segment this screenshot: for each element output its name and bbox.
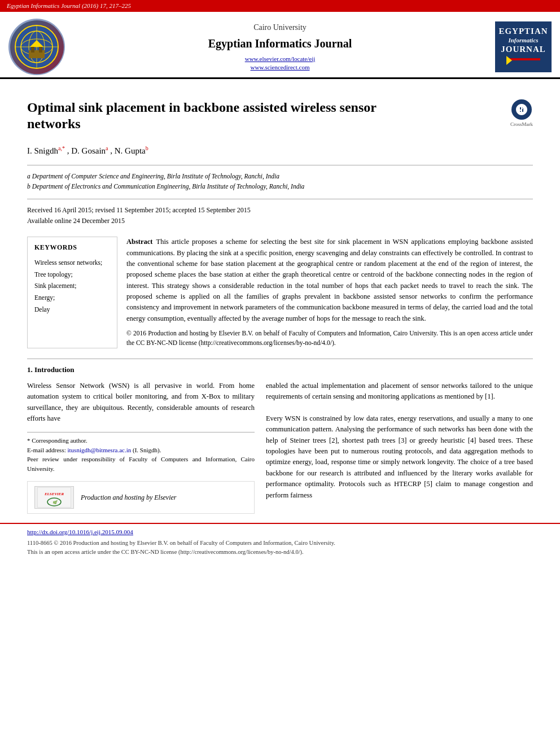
keywords-title: KEYWORDS — [34, 243, 110, 252]
abstract-label: Abstract — [126, 238, 153, 246]
elsevier-footer-text: Production and hosting by Elsevier — [81, 492, 177, 503]
cairo-university-logo — [8, 19, 65, 75]
university-name: Cairo University — [73, 22, 487, 33]
elsevier-footer: ELSEVIER 🌿 Production and hosting by Els… — [27, 481, 255, 514]
eij-logo-decoration — [506, 56, 540, 67]
crossmark-badge[interactable]: ✓ CrossMark — [510, 99, 533, 128]
eij-logo-line2: Informatics — [508, 36, 538, 45]
doi-link[interactable]: http://dx.doi.org/10.1016/j.eij.2015.09.… — [27, 527, 533, 537]
footnote-email-name: (I. Snigdh). — [133, 447, 161, 453]
svg-text:✓: ✓ — [519, 106, 524, 113]
crossmark-icon: ✓ — [511, 99, 532, 120]
svg-text:ELSEVIER: ELSEVIER — [44, 492, 64, 496]
affiliation-b: b Department of Electronics and Communic… — [27, 181, 533, 191]
author1-name: I. Snigdh — [27, 146, 58, 155]
author2-name: , D. Gosain — [67, 146, 106, 155]
author2-sup: a — [106, 145, 108, 151]
keyword-2: Tree topology; — [34, 269, 110, 281]
eij-logo-line1: EGYPTIAN — [498, 27, 548, 36]
keywords-box: KEYWORDS Wireless sensor networks; Tree … — [27, 237, 117, 348]
university-logo-container — [0, 16, 73, 77]
footnote-peer-review: Peer review under responsibility of Facu… — [27, 455, 255, 473]
elsevier-logo-svg: ELSEVIER 🌿 — [37, 487, 71, 508]
keyword-5: Delay — [34, 304, 110, 316]
online-date: Available online 24 December 2015 — [27, 216, 533, 226]
author3-name: , N. Gupta — [110, 146, 146, 155]
svg-marker-11 — [506, 56, 512, 65]
issn-line: 1110-8665 © 2016 Production and hosting … — [27, 539, 533, 548]
open-access-line: This is an open access article under the… — [27, 548, 533, 557]
journal-reference-text: Egyptian Informatics Journal (2016) 17, … — [7, 2, 131, 9]
journal-reference-bar: Egyptian Informatics Journal (2016) 17, … — [0, 0, 560, 12]
authors-line: I. Snigdha,* , D. Gosaina , N. Guptab — [27, 145, 533, 157]
crossmark-svg: ✓ — [515, 103, 528, 116]
divider1 — [27, 165, 533, 165]
footnote-email-link[interactable]: itusnigdh@bitmesra.ac.in — [67, 447, 131, 453]
article-dates: Received 16 April 2015; revised 11 Septe… — [27, 205, 533, 226]
crossmark-label: CrossMark — [510, 121, 533, 128]
elsevier-logo: ELSEVIER 🌿 — [34, 486, 74, 509]
eij-logo-container: EGYPTIAN Informatics JOURNAL — [487, 16, 560, 77]
keyword-3: Sink placement; — [34, 280, 110, 292]
column-left: Wireless Sensor Network (WSN) is all per… — [27, 381, 255, 514]
svg-rect-13 — [37, 487, 71, 508]
author1-sup: a,* — [58, 145, 65, 151]
keyword-4: Energy; — [34, 292, 110, 304]
footnote-email: E-mail address: itusnigdh@bitmesra.ac.in… — [27, 445, 255, 455]
logo-inner — [10, 20, 64, 74]
article-title: Optimal sink placement in backbone assis… — [27, 99, 432, 132]
journal-header-center: Cairo University Egyptian Informatics Jo… — [73, 16, 487, 77]
journal-url1[interactable]: www.elsevier.com/locate/eij — [73, 55, 487, 63]
footnote-box: * Corresponding author. E-mail address: … — [27, 432, 255, 473]
keyword-1: Wireless sensor networks; — [34, 257, 110, 269]
abstract-section: KEYWORDS Wireless sensor networks; Tree … — [27, 237, 533, 348]
article-title-row: Optimal sink placement in backbone assis… — [27, 88, 533, 140]
eij-logo-line3: JOURNAL — [501, 45, 546, 54]
keywords-list: Wireless sensor networks; Tree topology;… — [34, 257, 110, 315]
divider3 — [27, 359, 533, 359]
intro-para-right2: Every WSN is constrained by low data rat… — [266, 413, 533, 501]
column-right: enabled the actual implementation and pl… — [266, 381, 533, 514]
abstract-text-area: AbstractThis article proposes a scheme f… — [126, 237, 533, 348]
eij-logo: EGYPTIAN Informatics JOURNAL — [495, 21, 552, 72]
footnote-corresponding: * Corresponding author. — [27, 436, 255, 445]
journal-header: Cairo University Egyptian Informatics Jo… — [0, 12, 560, 79]
footnote-email-label: E-mail address: — [27, 447, 66, 453]
intro-para-right1: enabled the actual implementation and pl… — [266, 381, 533, 403]
bottom-bar: http://dx.doi.org/10.1016/j.eij.2015.09.… — [0, 523, 560, 560]
logo-svg — [14, 24, 59, 69]
doi-anchor[interactable]: http://dx.doi.org/10.1016/j.eij.2015.09.… — [27, 528, 133, 535]
received-date: Received 16 April 2015; revised 11 Septe… — [27, 205, 533, 216]
intro-para-left: Wireless Sensor Network (WSN) is all per… — [27, 381, 255, 425]
author3-sup: b — [146, 145, 148, 151]
divider2 — [27, 199, 533, 199]
abstract-copyright: © 2016 Production and hosting by Elsevie… — [126, 329, 533, 348]
main-content: Optimal sink placement in backbone assis… — [0, 79, 560, 523]
section1-heading: 1. Introduction — [27, 365, 533, 375]
journal-url2[interactable]: www.sciencedirect.com — [73, 63, 487, 72]
journal-title: Egyptian Informatics Journal — [73, 36, 487, 51]
abstract-body: This article proposes a scheme for selec… — [126, 238, 533, 322]
affiliations: a Department of Computer Science and Eng… — [27, 171, 533, 192]
eij-logo-svg — [506, 56, 540, 65]
two-column-layout: Wireless Sensor Network (WSN) is all per… — [27, 381, 533, 514]
affiliation-a: a Department of Computer Science and Eng… — [27, 171, 533, 181]
